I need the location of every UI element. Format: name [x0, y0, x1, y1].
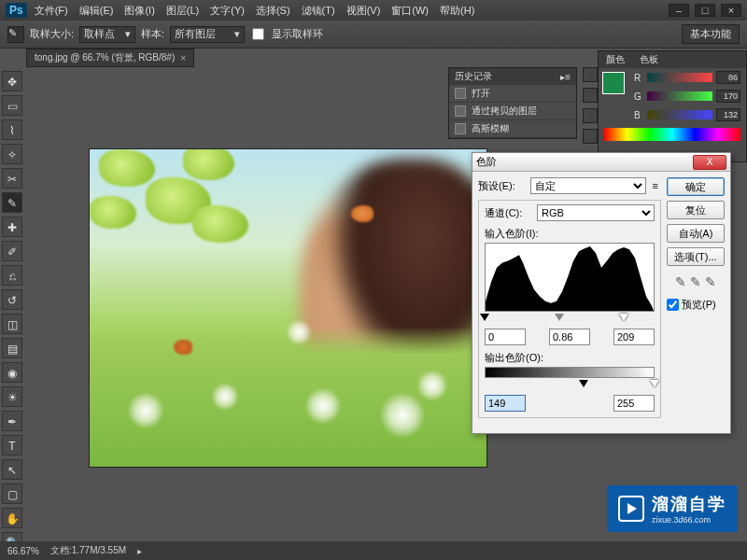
- history-item[interactable]: 打开: [449, 85, 576, 103]
- preview-checkbox-row[interactable]: 预览(P): [667, 298, 725, 312]
- menu-view[interactable]: 视图(V): [346, 4, 381, 18]
- doc-size: 文档:1.77M/3.55M: [50, 544, 126, 557]
- eraser-tool[interactable]: ◫: [2, 314, 22, 334]
- menubar: Ps 文件(F) 编辑(E) 图像(I) 图层(L) 文字(Y) 选择(S) 滤…: [0, 0, 747, 21]
- tool-palette: ✥ ▭ ⌇ ✧ ✂ ✎ ✚ ✐ ⎌ ↺ ◫ ▤ ◉ ☀ ✒ T ↖ ▢ ✋ 🔍: [0, 67, 24, 560]
- close-tab-icon[interactable]: ×: [180, 53, 186, 63]
- out-black-handle[interactable]: [579, 380, 588, 387]
- auto-button[interactable]: 自动(A): [667, 224, 725, 243]
- r-slider[interactable]: [647, 73, 712, 82]
- sample-label: 样本:: [141, 27, 164, 41]
- menu-layer[interactable]: 图层(L): [166, 4, 199, 18]
- menu-type[interactable]: 文字(Y): [210, 4, 245, 18]
- panel-icon[interactable]: [583, 108, 598, 123]
- cancel-button[interactable]: 复位: [667, 201, 725, 219]
- hue-strip[interactable]: [604, 128, 740, 141]
- input-white-field[interactable]: [613, 329, 655, 345]
- blur-tool[interactable]: ◉: [2, 362, 22, 383]
- g-value[interactable]: [716, 90, 740, 103]
- brush-tool[interactable]: ✐: [2, 241, 22, 261]
- move-tool[interactable]: ✥: [2, 71, 22, 91]
- heal-tool[interactable]: ✚: [2, 217, 22, 237]
- history-brush-tool[interactable]: ↺: [2, 289, 22, 310]
- crop-tool[interactable]: ✂: [2, 168, 22, 189]
- menu-edit[interactable]: 编辑(E): [79, 4, 114, 18]
- history-title: 历史记录: [455, 70, 492, 83]
- history-item[interactable]: 通过拷贝的图层: [449, 103, 576, 120]
- ok-button[interactable]: 确定: [667, 177, 725, 196]
- lasso-tool[interactable]: ⌇: [2, 119, 22, 140]
- wand-tool[interactable]: ✧: [2, 144, 22, 164]
- output-slider[interactable]: [485, 380, 655, 391]
- zoom-level[interactable]: 66.67%: [7, 546, 39, 556]
- gamma-handle[interactable]: [555, 314, 564, 321]
- eyedropper-tool[interactable]: ✎: [2, 192, 22, 213]
- tab-swatches[interactable]: 色板: [632, 51, 666, 68]
- white-eyedropper-icon[interactable]: ✎: [705, 274, 716, 289]
- output-black-field[interactable]: [485, 395, 526, 412]
- pen-tool[interactable]: ✒: [2, 411, 22, 431]
- menu-help[interactable]: 帮助(H): [440, 4, 474, 18]
- input-gamma-field[interactable]: [549, 329, 590, 345]
- panel-menu-icon[interactable]: ▸≡: [560, 72, 571, 82]
- status-arrow-icon[interactable]: ▸: [137, 546, 142, 556]
- history-item[interactable]: 高斯模糊: [449, 120, 576, 138]
- panel-swatch[interactable]: [602, 72, 625, 94]
- hand-tool[interactable]: ✋: [2, 508, 22, 528]
- preset-menu-icon[interactable]: ≡: [650, 180, 661, 191]
- tab-color[interactable]: 颜色: [599, 51, 632, 68]
- channel-label: 通道(C):: [485, 206, 533, 220]
- canvas[interactable]: [90, 149, 486, 467]
- menu-image[interactable]: 图像(I): [124, 4, 154, 18]
- r-value[interactable]: [716, 71, 740, 84]
- input-slider[interactable]: [485, 314, 655, 325]
- show-ring-checkbox[interactable]: [252, 28, 264, 40]
- gray-eyedropper-icon[interactable]: ✎: [690, 274, 701, 289]
- menu-filter[interactable]: 滤镜(T): [302, 4, 335, 18]
- channel-select[interactable]: RGB: [537, 204, 655, 221]
- dialog-close-button[interactable]: X: [693, 155, 726, 170]
- status-bar: 66.67% 文档:1.77M/3.55M ▸: [0, 541, 747, 560]
- menu-file[interactable]: 文件(F): [35, 4, 68, 18]
- preset-select[interactable]: 自定: [530, 177, 646, 194]
- history-step-icon: [455, 88, 466, 99]
- white-point-handle[interactable]: [619, 314, 628, 321]
- type-tool[interactable]: T: [2, 435, 22, 455]
- path-tool[interactable]: ↖: [2, 459, 22, 480]
- shape-tool[interactable]: ▢: [2, 483, 22, 504]
- color-panel: 颜色 色板 R G B: [598, 50, 747, 162]
- play-icon: [618, 496, 644, 522]
- eyedropper-icon[interactable]: ✎: [7, 26, 24, 43]
- black-eyedropper-icon[interactable]: ✎: [675, 274, 686, 289]
- black-point-handle[interactable]: [480, 314, 489, 321]
- document-tab[interactable]: tong.jpg @ 66.7% (背景, RGB/8#) ×: [26, 49, 194, 67]
- b-value[interactable]: [716, 108, 740, 121]
- preview-checkbox[interactable]: [667, 299, 679, 311]
- workspace-switcher[interactable]: 基本功能: [682, 24, 740, 44]
- input-black-field[interactable]: [485, 329, 526, 345]
- watermark: 溜溜自学 zixue.3d66.com: [607, 485, 738, 532]
- maximize-button[interactable]: □: [695, 4, 715, 17]
- menu-window[interactable]: 窗口(W): [391, 4, 429, 18]
- b-slider[interactable]: [647, 110, 712, 119]
- levels-dialog: 色阶 X 预设(E): 自定 ≡ 通道(C): RGB 输入色阶(I):: [472, 152, 731, 434]
- menu-select[interactable]: 选择(S): [256, 4, 290, 18]
- stamp-tool[interactable]: ⎌: [2, 265, 22, 286]
- panel-icon[interactable]: [583, 67, 598, 82]
- panel-icon[interactable]: [583, 129, 598, 144]
- gradient-tool[interactable]: ▤: [2, 338, 22, 358]
- out-white-handle[interactable]: [650, 380, 659, 387]
- panel-icon[interactable]: [583, 88, 598, 103]
- output-white-field[interactable]: [613, 395, 655, 412]
- sample-layers-select[interactable]: 所有图层▾: [170, 26, 245, 43]
- history-step-icon: [455, 105, 466, 117]
- options-button[interactable]: 选项(T)...: [667, 247, 725, 266]
- sample-size-select[interactable]: 取样点▾: [79, 26, 135, 43]
- marquee-tool[interactable]: ▭: [2, 95, 22, 116]
- minimize-button[interactable]: –: [669, 4, 689, 17]
- close-button[interactable]: ×: [721, 4, 741, 17]
- options-bar: ✎ 取样大小: 取样点▾ 样本: 所有图层▾ 显示取样环 基本功能: [0, 21, 747, 49]
- history-panel: 历史记录 ▸≡ 打开 通过拷贝的图层 高斯模糊: [448, 67, 577, 139]
- dodge-tool[interactable]: ☀: [2, 386, 22, 407]
- g-slider[interactable]: [647, 91, 712, 101]
